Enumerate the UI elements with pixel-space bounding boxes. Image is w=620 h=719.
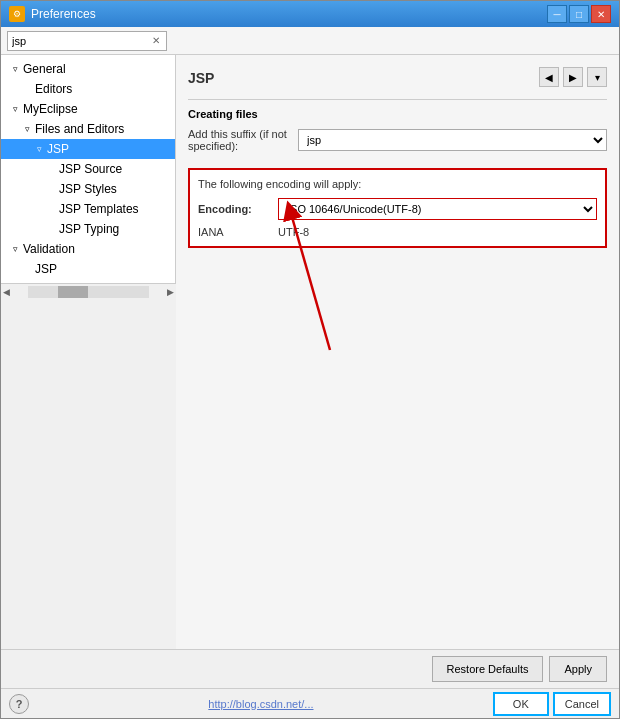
sidebar-label-validation-jsp: JSP (35, 262, 57, 276)
apply-button[interactable]: Apply (549, 656, 607, 682)
sidebar-item-files-and-editors[interactable]: ▿ Files and Editors (1, 119, 175, 139)
search-clear-button[interactable]: ✕ (148, 32, 164, 50)
expander-jsp-styles (45, 183, 57, 195)
maximize-button[interactable]: □ (569, 5, 589, 23)
footer-bar: ? http://blog.csdn.net/... OK Cancel (1, 688, 619, 718)
suffix-select[interactable]: jsp (298, 129, 607, 151)
ok-cancel-area: OK Cancel (493, 692, 611, 716)
tree-sidebar: ▿ General Editors ▿ MyEclipse (1, 55, 176, 283)
sidebar-item-myeclipse[interactable]: ▿ MyEclipse (1, 99, 175, 119)
encoding-label: Encoding: (198, 203, 278, 215)
sidebar-label-validation: Validation (23, 242, 75, 256)
sidebar-item-validation[interactable]: ▿ Validation (1, 239, 175, 259)
title-bar: ⚙ Preferences ─ □ ✕ (1, 1, 619, 27)
search-input[interactable] (8, 35, 148, 47)
window-title: Preferences (31, 7, 547, 21)
expander-validation: ▿ (9, 243, 21, 255)
encoding-select[interactable]: ISO 10646/Unicode(UTF-8) UTF-8 ISO-8859-… (278, 198, 597, 220)
sidebar-item-jsp-typing[interactable]: JSP Typing (1, 219, 175, 239)
expander-general: ▿ (9, 63, 21, 75)
sidebar-item-editors[interactable]: Editors (1, 79, 175, 99)
nav-back-button[interactable]: ◀ (539, 67, 559, 87)
sidebar-scrollbar[interactable]: ◀ ▶ (1, 283, 176, 299)
expander-jsp: ▿ (33, 143, 45, 155)
panel-title: JSP (188, 70, 214, 90)
expander-editors (21, 83, 33, 95)
sidebar-label-editors: Editors (35, 82, 72, 96)
expander-jsp-typing (45, 223, 57, 235)
expander-jsp-templates (45, 203, 57, 215)
encoding-row: Encoding: ISO 10646/Unicode(UTF-8) UTF-8… (198, 198, 597, 220)
minimize-button[interactable]: ─ (547, 5, 567, 23)
sidebar-item-validation-jsp[interactable]: JSP (1, 259, 175, 279)
nav-bar: ◀ ▶ ▾ (539, 67, 607, 87)
search-toolbar: ✕ (1, 27, 619, 55)
main-content: ▿ General Editors ▿ MyEclipse (1, 55, 619, 649)
sidebar-item-jsp-styles[interactable]: JSP Styles (1, 179, 175, 199)
footer-link: http://blog.csdn.net/... (208, 698, 313, 710)
bottom-bar: Restore Defaults Apply (1, 649, 619, 688)
sidebar-label-jsp-styles: JSP Styles (59, 182, 117, 196)
creating-files-title: Creating files (188, 108, 607, 120)
sidebar-label-myeclipse: MyEclipse (23, 102, 78, 116)
sidebar-item-jsp[interactable]: ▿ JSP (1, 139, 175, 159)
encoding-section-title: The following encoding will apply: (198, 178, 597, 190)
search-box: ✕ (7, 31, 167, 51)
window-icon: ⚙ (9, 6, 25, 22)
expander-myeclipse: ▿ (9, 103, 21, 115)
sidebar-label-jsp-source: JSP Source (59, 162, 122, 176)
help-button[interactable]: ? (9, 694, 29, 714)
encoding-section: The following encoding will apply: Encod… (188, 168, 607, 248)
sidebar-label-general: General (23, 62, 66, 76)
suffix-row: Add this suffix (if not specified): jsp (188, 128, 607, 152)
window-controls: ─ □ ✕ (547, 5, 611, 23)
close-button[interactable]: ✕ (591, 5, 611, 23)
sidebar-item-jsp-source[interactable]: JSP Source (1, 159, 175, 179)
annotation-arrow (270, 200, 390, 360)
iana-value: UTF-8 (278, 226, 309, 238)
creating-files-section: Creating files Add this suffix (if not s… (188, 108, 607, 158)
sidebar-item-jsp-templates[interactable]: JSP Templates (1, 199, 175, 219)
expander-files-editors: ▿ (21, 123, 33, 135)
sidebar-label-jsp: JSP (47, 142, 69, 156)
sidebar-label-files-editors: Files and Editors (35, 122, 124, 136)
expander-validation-jsp (21, 263, 33, 275)
cancel-button[interactable]: Cancel (553, 692, 611, 716)
ok-button[interactable]: OK (493, 692, 549, 716)
sidebar-item-general[interactable]: ▿ General (1, 59, 175, 79)
iana-row: IANA UTF-8 (198, 226, 597, 238)
iana-label: IANA (198, 226, 278, 238)
expander-jsp-source (45, 163, 57, 175)
right-panel: JSP ◀ ▶ ▾ Creating files Add this suffix… (176, 55, 619, 649)
nav-forward-button[interactable]: ▶ (563, 67, 583, 87)
sidebar-label-jsp-templates: JSP Templates (59, 202, 139, 216)
preferences-window: ⚙ Preferences ─ □ ✕ ✕ ▿ General (0, 0, 620, 719)
restore-defaults-button[interactable]: Restore Defaults (432, 656, 544, 682)
nav-dropdown-button[interactable]: ▾ (587, 67, 607, 87)
suffix-label: Add this suffix (if not specified): (188, 128, 298, 152)
sidebar-label-jsp-typing: JSP Typing (59, 222, 119, 236)
